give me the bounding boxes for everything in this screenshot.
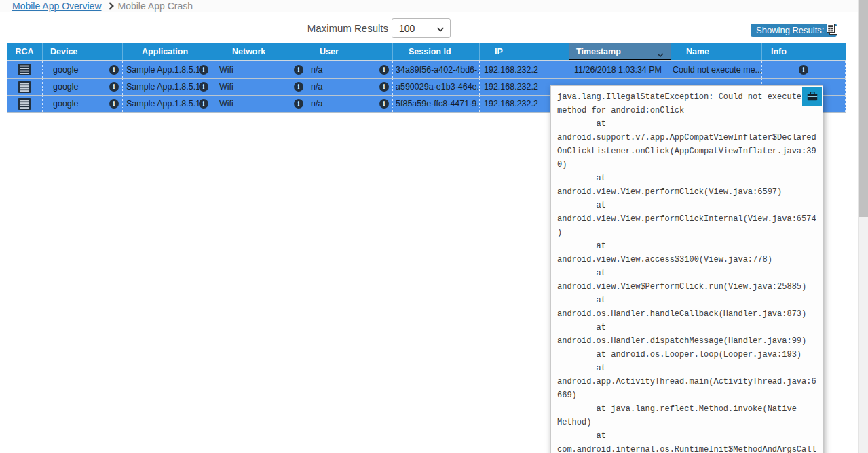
export-icon[interactable] — [826, 23, 838, 35]
stacktrace-text: java.lang.IllegalStateException: Could n… — [557, 90, 818, 453]
info-icon[interactable]: i — [199, 65, 208, 75]
column-header-rca[interactable]: RCA — [7, 43, 42, 60]
user-cell: n/a — [311, 99, 379, 109]
chevron-right-icon — [106, 2, 113, 9]
info-icon[interactable]: i — [109, 65, 119, 75]
rca-list-icon — [18, 64, 31, 75]
info-icon[interactable]: i — [379, 99, 389, 109]
info-icon[interactable]: i — [109, 99, 119, 109]
column-header-info[interactable]: Info — [761, 43, 846, 60]
user-cell: n/a — [311, 65, 379, 75]
info-icon[interactable]: i — [379, 82, 389, 92]
info-icon[interactable]: i — [294, 82, 303, 92]
column-header-user[interactable]: User — [307, 43, 392, 60]
briefcase-button[interactable] — [802, 87, 822, 106]
table-row: googlei Sample App.1.8.5.1-Si Wifii n/ai… — [7, 61, 846, 78]
chevron-down-icon — [657, 50, 664, 59]
chevron-down-icon — [436, 22, 445, 35]
network-cell: Wifi — [219, 65, 294, 75]
max-results-value: 100 — [399, 23, 436, 34]
info-icon[interactable]: i — [109, 82, 119, 92]
device-cell: google — [53, 65, 109, 75]
device-cell: google — [53, 82, 109, 92]
session-id-cell: 5f85a59e-ffc8-4471-9... — [396, 99, 479, 109]
network-cell: Wifi — [219, 82, 294, 92]
info-icon[interactable]: i — [294, 65, 303, 75]
column-header-timestamp[interactable]: Timestamp — [569, 43, 671, 60]
info-icon[interactable]: i — [294, 99, 303, 109]
column-header-name[interactable]: Name — [671, 43, 761, 60]
application-cell: Sample App.1.8.5.1-S — [126, 82, 199, 92]
showing-results-badge: Showing Results: 3 — [751, 24, 837, 37]
timestamp-header-label: Timestamp — [576, 47, 621, 56]
column-header-device[interactable]: Device — [42, 43, 122, 60]
table-header-row: RCA Device Application Network User Sess… — [7, 43, 846, 61]
ip-cell: 192.168.232.2 — [484, 65, 569, 75]
scrollbar-thumb[interactable] — [859, 0, 868, 217]
rca-list-icon — [18, 98, 31, 110]
session-id-cell: 34a89f56-a402-4bd6-... — [396, 65, 479, 75]
device-cell: google — [53, 99, 109, 109]
rca-button[interactable] — [18, 81, 31, 93]
breadcrumb-current: Mobile App Crash — [118, 0, 193, 12]
scrollbar[interactable] — [858, 0, 868, 453]
info-icon[interactable]: i — [379, 65, 389, 75]
info-icon[interactable]: i — [199, 82, 208, 92]
rca-list-icon — [18, 81, 31, 93]
user-cell: n/a — [311, 82, 379, 92]
timestamp-cell: 11/26/2018 1:03:34 PM — [574, 65, 671, 75]
breadcrumb-link[interactable]: Mobile App Overview — [12, 0, 102, 12]
application-cell: Sample App.1.8.5.1-S — [126, 65, 199, 75]
column-header-session-id[interactable]: Session Id — [392, 43, 479, 60]
max-results-select[interactable]: 100 — [392, 18, 451, 38]
column-header-ip[interactable]: IP — [479, 43, 569, 60]
application-cell: Sample App.1.8.5.1-S — [126, 99, 199, 109]
rca-button[interactable] — [18, 98, 31, 110]
breadcrumb: Mobile App Overview Mobile App Crash — [0, 0, 858, 12]
page: Mobile App Overview Mobile App Crash Max… — [0, 0, 868, 453]
stacktrace-popup: java.lang.IllegalStateException: Could n… — [550, 85, 823, 453]
column-header-application[interactable]: Application — [122, 43, 212, 60]
briefcase-icon — [807, 92, 818, 101]
name-cell: Could not execute me... — [673, 65, 761, 75]
info-icon[interactable]: i — [199, 99, 208, 109]
rca-button[interactable] — [18, 64, 31, 75]
session-id-cell: a590029a-e1b3-464e... — [396, 82, 479, 92]
max-results-label: Maximum Results — [299, 22, 388, 34]
network-cell: Wifi — [219, 99, 294, 109]
info-icon[interactable]: i — [799, 65, 808, 75]
column-header-network[interactable]: Network — [212, 43, 307, 60]
